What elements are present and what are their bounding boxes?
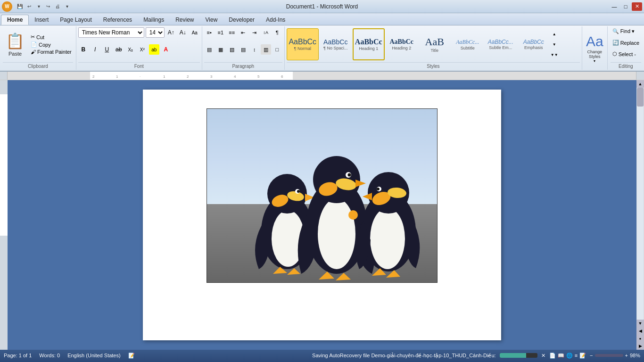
scroll-track[interactable] [637, 88, 644, 320]
outline-btn[interactable]: ≡ [575, 353, 578, 358]
increase-indent-btn[interactable]: ⇥ [249, 27, 260, 38]
tab-review[interactable]: Review [170, 15, 199, 25]
bold-btn[interactable]: B [78, 44, 89, 55]
tab-references[interactable]: References [98, 15, 138, 25]
scroll-down-btn[interactable]: ▼ [636, 320, 644, 327]
svg-point-27 [348, 210, 358, 220]
subscript-btn[interactable]: X₂ [125, 44, 136, 55]
border-btn[interactable]: □ [272, 44, 282, 55]
style-subtitle[interactable]: AaBbCc... Subtitle [452, 28, 484, 60]
replace-button[interactable]: 🔄 Replace [611, 39, 641, 47]
tab-mailings[interactable]: Mailings [138, 15, 170, 25]
print-preview-btn[interactable]: 🖨 [53, 2, 62, 11]
close-saving-btn[interactable]: ✕ [541, 353, 545, 359]
style-emphasis[interactable]: AaBbCc Emphasis [518, 28, 550, 60]
maximize-button[interactable]: □ [620, 2, 631, 11]
style-h2-preview: AaBbCc [389, 38, 413, 46]
change-styles-button[interactable]: Aa ChangeStyles ▾ [582, 26, 608, 70]
office-button[interactable]: W [2, 1, 12, 12]
style-emphasis-preview: AaBbCc [523, 39, 544, 45]
styles-scroll-more[interactable]: ▼▼ [551, 50, 558, 59]
full-reading-btn[interactable]: 📖 [558, 353, 564, 359]
paragraph-group: ≡• ≡1 ≡≡ ⇤ ⇥ ↕A ¶ ▤ ▦ ▧ ▤ ↕ ▥ □ Paragrap… [202, 26, 285, 70]
superscript-btn[interactable]: X² [137, 44, 148, 55]
align-left-btn[interactable]: ▤ [204, 44, 215, 55]
penguin-image[interactable] [206, 108, 438, 283]
scroll-up-btn[interactable]: ▲ [636, 80, 644, 88]
tab-add-ins[interactable]: Add-Ins [260, 15, 291, 25]
numbering-btn[interactable]: ≡1 [215, 27, 226, 38]
view-controls: 📄 📖 🌐 ≡ 📝 [549, 353, 586, 359]
minimize-button[interactable]: — [609, 2, 619, 11]
paste-button[interactable]: 📋 Paste [3, 30, 27, 58]
multilevel-btn[interactable]: ≡≡ [227, 27, 237, 38]
style-subtle-em[interactable]: AaBbCc... Subtle Em... [485, 28, 517, 60]
style-heading2[interactable]: AaBbCc Heading 2 [386, 28, 418, 60]
style-normal-label: ¶ Normal [294, 46, 311, 51]
zoom-slider[interactable] [595, 354, 623, 357]
browse-btn[interactable]: ▶ [636, 342, 644, 350]
shrink-font-btn[interactable]: A↓ [178, 27, 188, 38]
copy-label: Copy [39, 42, 51, 48]
italic-btn[interactable]: I [90, 44, 100, 55]
zoom-plus-btn[interactable]: + [625, 353, 628, 358]
line-spacing-btn[interactable]: ↕ [249, 44, 260, 55]
align-center-btn[interactable]: ▦ [215, 44, 226, 55]
horizontal-ruler: 2 1 · 1 2 3 4 5 6 [8, 72, 636, 80]
svg-point-34 [377, 188, 380, 190]
font-name-select[interactable]: Times New Roman Arial Calibri [78, 27, 144, 38]
print-layout-btn[interactable]: 📄 [549, 353, 556, 359]
grow-font-btn[interactable]: A↑ [166, 27, 176, 38]
draft-btn[interactable]: 📝 [579, 353, 586, 359]
next-page-btn[interactable]: ● [636, 335, 644, 342]
web-layout-btn[interactable]: 🌐 [566, 353, 573, 359]
document-canvas[interactable] [8, 80, 636, 350]
close-button[interactable]: ✕ [632, 2, 642, 11]
styles-scroll-down[interactable]: ▼ [551, 40, 558, 49]
strikethrough-btn[interactable]: ab [114, 44, 124, 55]
sort-btn[interactable]: ↕A [261, 27, 271, 38]
style-normal[interactable]: AaBbCc ¶ Normal [287, 28, 319, 60]
format-painter-button[interactable]: 🖌 Format Painter [29, 49, 73, 55]
undo-dropdown-btn[interactable]: ▾ [34, 2, 43, 11]
undo-btn[interactable]: ↩ [25, 2, 33, 11]
shading-btn[interactable]: ▥ [261, 44, 271, 55]
style-title[interactable]: AaB Title [419, 28, 451, 60]
vertical-scrollbar[interactable]: ▲ ▼ ◀ ● ▶ [636, 80, 644, 350]
tab-home[interactable]: Home [1, 15, 29, 25]
saving-status: Saving AutoRecovery file Demo-giải-chuyê… [312, 353, 496, 359]
customize-btn[interactable]: ▾ [63, 2, 71, 11]
tab-view[interactable]: View [200, 15, 223, 25]
style-no-spacing[interactable]: AaBbCc ¶ No Spaci... [320, 28, 352, 60]
decrease-indent-btn[interactable]: ⇤ [238, 27, 248, 38]
copy-button[interactable]: 📄 Copy [29, 41, 73, 48]
style-h2-label: Heading 2 [392, 46, 411, 50]
tab-developer[interactable]: Developer [223, 15, 260, 25]
save-quick-btn[interactable]: 💾 [16, 2, 24, 11]
align-right-btn[interactable]: ▧ [227, 44, 237, 55]
select-button[interactable]: ⬡ Select - [611, 50, 641, 58]
scroll-thumb[interactable] [637, 88, 644, 107]
clear-format-btn[interactable]: Aa [190, 27, 200, 38]
justify-btn[interactable]: ▤ [238, 44, 248, 55]
paragraph-row1: ≡• ≡1 ≡≡ ⇤ ⇥ ↕A ¶ [204, 27, 282, 38]
font-name-row: Times New Roman Arial Calibri 14 10 12 1… [78, 27, 200, 38]
font-size-select[interactable]: 14 10 12 16 [146, 27, 165, 38]
redo-btn[interactable]: ↪ [44, 2, 52, 11]
svg-point-29 [370, 208, 405, 269]
font-color-btn[interactable]: A [161, 44, 171, 55]
text-highlight-btn[interactable]: ab [149, 44, 159, 55]
cut-button[interactable]: ✂ Cut [29, 33, 73, 41]
styles-scroll-up[interactable]: ▲ [551, 29, 558, 39]
tab-page-layout[interactable]: Page Layout [54, 15, 97, 25]
show-formatting-btn[interactable]: ¶ [272, 27, 282, 38]
find-label: Find ▾ [620, 28, 635, 34]
style-heading1[interactable]: AaBbCc Heading 1 [353, 28, 385, 60]
tab-insert[interactable]: Insert [29, 15, 54, 25]
bullets-btn[interactable]: ≡• [204, 27, 215, 38]
svg-text:1: 1 [163, 74, 165, 79]
find-button[interactable]: 🔍 Find ▾ [611, 27, 641, 35]
underline-btn[interactable]: U [102, 44, 112, 55]
zoom-minus-btn[interactable]: − [590, 353, 593, 358]
prev-page-btn[interactable]: ◀ [636, 327, 644, 335]
